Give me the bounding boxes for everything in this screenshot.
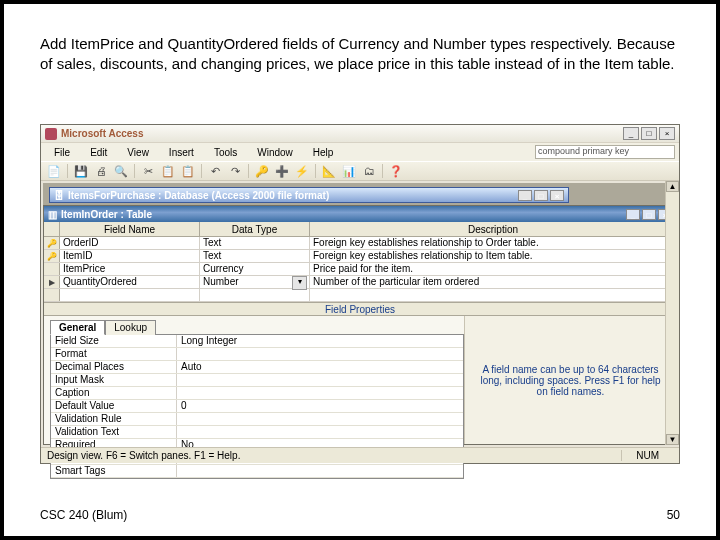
field-row[interactable]: 🔑ItemIDTextForeign key establishes relat… xyxy=(44,250,676,263)
redo-icon[interactable]: ↷ xyxy=(226,163,244,179)
field-row[interactable]: 🔑OrderIDTextForeign key establishes rela… xyxy=(44,237,676,250)
row-selector[interactable]: ▶ xyxy=(44,276,60,288)
vertical-scrollbar[interactable] xyxy=(665,181,679,445)
mdi-workspace: 🗄 ItemsForPurchase : Database (Access 20… xyxy=(43,183,677,445)
property-value[interactable] xyxy=(176,374,463,386)
builder-icon[interactable]: 📊 xyxy=(340,163,358,179)
titlebar: Microsoft Access _ □ × xyxy=(41,125,679,143)
property-row[interactable]: Default Value0 xyxy=(51,400,463,413)
property-row[interactable]: Validation Text xyxy=(51,426,463,439)
field-properties-label: Field Properties xyxy=(44,302,676,316)
toolbar: 📄 💾 🖨 🔍 ✂ 📋 📋 ↶ ↷ 🔑 ➕ ⚡ 📐 📊 🗂 ❓ xyxy=(41,161,679,181)
field-row[interactable]: ItemPriceCurrencyPrice paid for the item… xyxy=(44,263,676,276)
row-selector[interactable]: 🔑 xyxy=(44,250,60,262)
properties-icon[interactable]: 📐 xyxy=(320,163,338,179)
property-value[interactable] xyxy=(176,465,463,477)
data-type-cell[interactable]: Number xyxy=(200,276,310,288)
status-numlock: NUM xyxy=(621,450,673,461)
help-search-input[interactable]: compound primary key xyxy=(535,145,675,159)
preview-icon[interactable]: 🔍 xyxy=(112,163,130,179)
property-row[interactable]: Input Mask xyxy=(51,374,463,387)
property-value[interactable]: Long Integer xyxy=(176,335,463,347)
access-icon xyxy=(45,128,57,140)
tab-general[interactable]: General xyxy=(50,320,105,335)
menu-insert[interactable]: Insert xyxy=(160,146,203,159)
db-minimize-button[interactable]: _ xyxy=(518,190,532,201)
description-cell[interactable]: Foreign key establishes relationship to … xyxy=(310,250,676,262)
table-icon: ▥ xyxy=(48,209,57,220)
field-hint: A field name can be up to 64 characters … xyxy=(464,316,676,444)
data-type-cell[interactable]: Currency xyxy=(200,263,310,275)
property-label: Field Size xyxy=(51,335,176,347)
menu-view[interactable]: View xyxy=(118,146,158,159)
statusbar: Design view. F6 = Switch panes. F1 = Hel… xyxy=(41,447,679,463)
data-type-cell[interactable]: Text xyxy=(200,237,310,249)
menubar: File Edit View Insert Tools Window Help … xyxy=(41,143,679,161)
property-label: Decimal Places xyxy=(51,361,176,373)
description-cell[interactable]: Price paid for the item. xyxy=(310,263,676,275)
row-selector[interactable]: 🔑 xyxy=(44,237,60,249)
field-row[interactable]: ▶QuantityOrderedNumberNumber of the part… xyxy=(44,276,676,289)
tab-lookup[interactable]: Lookup xyxy=(105,320,156,335)
property-value[interactable] xyxy=(176,387,463,399)
property-row[interactable]: Format xyxy=(51,348,463,361)
menu-help[interactable]: Help xyxy=(304,146,343,159)
slide-caption: Add ItemPrice and QuantityOrdered fields… xyxy=(40,34,680,75)
property-value[interactable] xyxy=(176,426,463,438)
field-name-cell[interactable]: QuantityOrdered xyxy=(60,276,200,288)
property-value[interactable] xyxy=(176,348,463,360)
deleterow-icon[interactable]: ⚡ xyxy=(293,163,311,179)
help-icon[interactable]: ❓ xyxy=(387,163,405,179)
menu-file[interactable]: File xyxy=(45,146,79,159)
menu-edit[interactable]: Edit xyxy=(81,146,116,159)
header-field-name[interactable]: Field Name xyxy=(60,222,200,236)
access-window: Microsoft Access _ □ × File Edit View In… xyxy=(40,124,680,464)
data-type-cell[interactable]: Text xyxy=(200,250,310,262)
property-row[interactable]: Decimal PlacesAuto xyxy=(51,361,463,374)
row-selector[interactable] xyxy=(44,263,60,275)
db-close-button[interactable]: × xyxy=(550,190,564,201)
description-cell[interactable]: Foreign key establishes relationship to … xyxy=(310,237,676,249)
field-row-empty[interactable] xyxy=(44,289,676,302)
property-value[interactable] xyxy=(176,413,463,425)
tbl-minimize-button[interactable]: _ xyxy=(626,209,640,220)
menu-tools[interactable]: Tools xyxy=(205,146,246,159)
property-row[interactable]: Smart Tags xyxy=(51,465,463,478)
app-title: Microsoft Access xyxy=(61,128,143,139)
header-description[interactable]: Description xyxy=(310,222,676,236)
view-icon[interactable]: 📄 xyxy=(45,163,63,179)
paste-icon[interactable]: 📋 xyxy=(179,163,197,179)
property-row[interactable]: Validation Rule xyxy=(51,413,463,426)
slide-page-number: 50 xyxy=(667,508,680,522)
db-maximize-button[interactable]: □ xyxy=(534,190,548,201)
property-row[interactable]: Caption xyxy=(51,387,463,400)
close-button[interactable]: × xyxy=(659,127,675,140)
insertrow-icon[interactable]: ➕ xyxy=(273,163,291,179)
minimize-button[interactable]: _ xyxy=(623,127,639,140)
database-icon: 🗄 xyxy=(54,190,64,201)
field-name-cell[interactable]: OrderID xyxy=(60,237,200,249)
undo-icon[interactable]: ↶ xyxy=(206,163,224,179)
maximize-button[interactable]: □ xyxy=(641,127,657,140)
field-name-cell[interactable]: ItemPrice xyxy=(60,263,200,275)
description-cell[interactable]: Number of the particular item ordered xyxy=(310,276,676,288)
menu-window[interactable]: Window xyxy=(248,146,302,159)
database-title: ItemsForPurchase : Database (Access 2000… xyxy=(68,190,329,201)
save-icon[interactable]: 💾 xyxy=(72,163,90,179)
print-icon[interactable]: 🖨 xyxy=(92,163,110,179)
dbwindow-icon[interactable]: 🗂 xyxy=(360,163,378,179)
field-name-cell[interactable]: ItemID xyxy=(60,250,200,262)
tbl-maximize-button[interactable]: □ xyxy=(642,209,656,220)
header-data-type[interactable]: Data Type xyxy=(200,222,310,236)
property-label: Validation Text xyxy=(51,426,176,438)
database-window-titlebar[interactable]: 🗄 ItemsForPurchase : Database (Access 20… xyxy=(49,187,569,203)
primarykey-icon[interactable]: 🔑 xyxy=(253,163,271,179)
cut-icon[interactable]: ✂ xyxy=(139,163,157,179)
property-label: Caption xyxy=(51,387,176,399)
copy-icon[interactable]: 📋 xyxy=(159,163,177,179)
property-value[interactable]: Auto xyxy=(176,361,463,373)
table-titlebar[interactable]: ▥ ItemInOrder : Table _ □ × xyxy=(44,206,676,222)
property-value[interactable]: 0 xyxy=(176,400,463,412)
properties-pane: General Lookup Field SizeLong IntegerFor… xyxy=(44,316,464,444)
property-row[interactable]: Field SizeLong Integer xyxy=(51,335,463,348)
